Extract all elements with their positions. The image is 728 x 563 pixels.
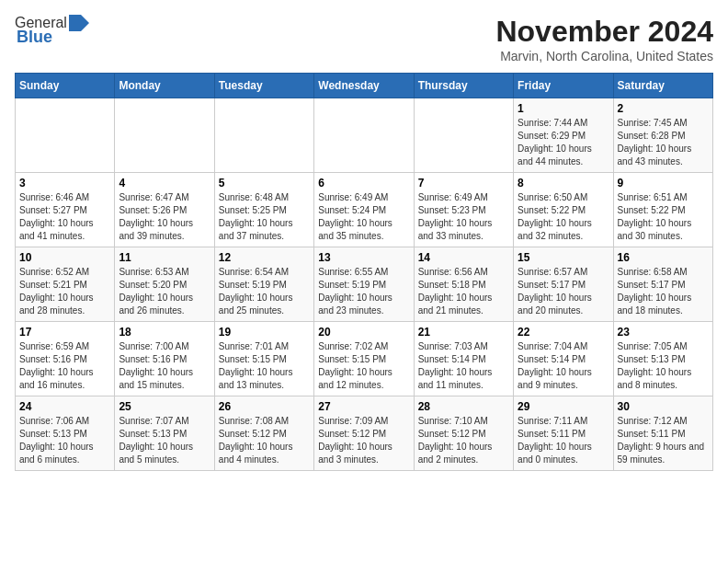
week-row-2: 3Sunrise: 6:46 AM Sunset: 5:27 PM Daylig…: [16, 173, 713, 247]
day-info: Sunrise: 6:49 AM Sunset: 5:23 PM Dayligh…: [418, 191, 509, 243]
day-number: 5: [219, 177, 310, 190]
day-cell: 24Sunrise: 7:06 AM Sunset: 5:13 PM Dayli…: [16, 396, 115, 471]
weekday-header-sunday: Sunday: [16, 74, 115, 98]
day-info: Sunrise: 7:05 AM Sunset: 5:13 PM Dayligh…: [618, 340, 709, 392]
day-cell: [16, 98, 115, 173]
day-cell: 5Sunrise: 6:48 AM Sunset: 5:25 PM Daylig…: [214, 173, 313, 247]
day-cell: 10Sunrise: 6:52 AM Sunset: 5:21 PM Dayli…: [16, 247, 115, 322]
day-info: Sunrise: 6:59 AM Sunset: 5:16 PM Dayligh…: [19, 340, 110, 392]
logo: General Blue: [15, 15, 91, 47]
day-cell: 21Sunrise: 7:03 AM Sunset: 5:14 PM Dayli…: [414, 322, 513, 396]
day-info: Sunrise: 6:53 AM Sunset: 5:20 PM Dayligh…: [119, 266, 210, 317]
day-number: 3: [19, 177, 110, 190]
weekday-header-wednesday: Wednesday: [314, 74, 414, 98]
weekday-header-friday: Friday: [514, 74, 613, 98]
header: General Blue November 2024 Marvin, North…: [15, 15, 713, 63]
week-row-4: 17Sunrise: 6:59 AM Sunset: 5:16 PM Dayli…: [16, 322, 713, 396]
day-number: 18: [119, 326, 210, 339]
day-cell: 3Sunrise: 6:46 AM Sunset: 5:27 PM Daylig…: [16, 173, 115, 247]
logo-blue-text: Blue: [17, 28, 52, 47]
day-cell: [115, 98, 214, 173]
day-cell: 1Sunrise: 7:44 AM Sunset: 6:29 PM Daylig…: [514, 98, 613, 173]
day-number: 11: [119, 251, 210, 264]
day-number: 22: [518, 326, 609, 339]
day-number: 2: [618, 102, 709, 115]
day-info: Sunrise: 7:03 AM Sunset: 5:14 PM Dayligh…: [418, 340, 509, 392]
day-number: 25: [119, 400, 210, 413]
day-cell: 27Sunrise: 7:09 AM Sunset: 5:12 PM Dayli…: [314, 396, 414, 471]
day-info: Sunrise: 6:56 AM Sunset: 5:18 PM Dayligh…: [418, 266, 509, 317]
day-number: 12: [219, 251, 310, 264]
day-cell: 19Sunrise: 7:01 AM Sunset: 5:15 PM Dayli…: [214, 322, 313, 396]
day-info: Sunrise: 6:52 AM Sunset: 5:21 PM Dayligh…: [19, 266, 110, 317]
svg-marker-0: [69, 15, 89, 31]
day-cell: 8Sunrise: 6:50 AM Sunset: 5:22 PM Daylig…: [514, 173, 613, 247]
day-cell: 30Sunrise: 7:12 AM Sunset: 5:11 PM Dayli…: [613, 396, 712, 471]
day-number: 14: [418, 251, 509, 264]
location-title: Marvin, North Carolina, United States: [495, 49, 713, 63]
day-cell: 4Sunrise: 6:47 AM Sunset: 5:26 PM Daylig…: [115, 173, 214, 247]
day-info: Sunrise: 6:50 AM Sunset: 5:22 PM Dayligh…: [518, 191, 609, 243]
day-number: 19: [219, 326, 310, 339]
day-cell: 9Sunrise: 6:51 AM Sunset: 5:22 PM Daylig…: [613, 173, 712, 247]
day-number: 24: [19, 400, 110, 413]
calendar-table: SundayMondayTuesdayWednesdayThursdayFrid…: [15, 73, 713, 471]
day-info: Sunrise: 6:51 AM Sunset: 5:22 PM Dayligh…: [618, 191, 709, 243]
weekday-header-tuesday: Tuesday: [214, 74, 313, 98]
month-title: November 2024: [495, 15, 713, 49]
day-number: 20: [318, 326, 409, 339]
day-info: Sunrise: 7:09 AM Sunset: 5:12 PM Dayligh…: [318, 415, 409, 466]
day-number: 1: [518, 102, 609, 115]
day-cell: 23Sunrise: 7:05 AM Sunset: 5:13 PM Dayli…: [613, 322, 712, 396]
week-row-3: 10Sunrise: 6:52 AM Sunset: 5:21 PM Dayli…: [16, 247, 713, 322]
day-cell: 26Sunrise: 7:08 AM Sunset: 5:12 PM Dayli…: [214, 396, 313, 471]
day-info: Sunrise: 6:49 AM Sunset: 5:24 PM Dayligh…: [318, 191, 409, 243]
day-cell: 22Sunrise: 7:04 AM Sunset: 5:14 PM Dayli…: [514, 322, 613, 396]
logo-icon: [69, 15, 89, 31]
day-cell: 20Sunrise: 7:02 AM Sunset: 5:15 PM Dayli…: [314, 322, 414, 396]
day-info: Sunrise: 6:54 AM Sunset: 5:19 PM Dayligh…: [219, 266, 310, 317]
day-number: 10: [19, 251, 110, 264]
day-cell: [314, 98, 414, 173]
day-number: 17: [19, 326, 110, 339]
day-info: Sunrise: 6:47 AM Sunset: 5:26 PM Dayligh…: [119, 191, 210, 243]
day-cell: 25Sunrise: 7:07 AM Sunset: 5:13 PM Dayli…: [115, 396, 214, 471]
day-cell: 28Sunrise: 7:10 AM Sunset: 5:12 PM Dayli…: [414, 396, 513, 471]
day-cell: 7Sunrise: 6:49 AM Sunset: 5:23 PM Daylig…: [414, 173, 513, 247]
day-info: Sunrise: 6:46 AM Sunset: 5:27 PM Dayligh…: [19, 191, 110, 243]
day-info: Sunrise: 7:06 AM Sunset: 5:13 PM Dayligh…: [19, 415, 110, 466]
week-row-1: 1Sunrise: 7:44 AM Sunset: 6:29 PM Daylig…: [16, 98, 713, 173]
day-info: Sunrise: 7:11 AM Sunset: 5:11 PM Dayligh…: [518, 415, 609, 466]
day-cell: 13Sunrise: 6:55 AM Sunset: 5:19 PM Dayli…: [314, 247, 414, 322]
weekday-header-row: SundayMondayTuesdayWednesdayThursdayFrid…: [16, 74, 713, 98]
day-number: 23: [618, 326, 709, 339]
day-cell: [214, 98, 313, 173]
day-number: 8: [518, 177, 609, 190]
weekday-header-monday: Monday: [115, 74, 214, 98]
day-number: 16: [618, 251, 709, 264]
day-info: Sunrise: 7:00 AM Sunset: 5:16 PM Dayligh…: [119, 340, 210, 392]
week-row-5: 24Sunrise: 7:06 AM Sunset: 5:13 PM Dayli…: [16, 396, 713, 471]
day-cell: 14Sunrise: 6:56 AM Sunset: 5:18 PM Dayli…: [414, 247, 513, 322]
day-cell: 16Sunrise: 6:58 AM Sunset: 5:17 PM Dayli…: [613, 247, 712, 322]
day-number: 13: [318, 251, 409, 264]
day-cell: 6Sunrise: 6:49 AM Sunset: 5:24 PM Daylig…: [314, 173, 414, 247]
day-info: Sunrise: 7:44 AM Sunset: 6:29 PM Dayligh…: [518, 117, 609, 168]
day-info: Sunrise: 6:55 AM Sunset: 5:19 PM Dayligh…: [318, 266, 409, 317]
day-cell: 29Sunrise: 7:11 AM Sunset: 5:11 PM Dayli…: [514, 396, 613, 471]
day-info: Sunrise: 7:10 AM Sunset: 5:12 PM Dayligh…: [418, 415, 509, 466]
day-number: 28: [418, 400, 509, 413]
day-cell: [414, 98, 513, 173]
day-number: 30: [618, 400, 709, 413]
title-area: November 2024 Marvin, North Carolina, Un…: [495, 15, 713, 63]
day-number: 6: [318, 177, 409, 190]
day-info: Sunrise: 6:57 AM Sunset: 5:17 PM Dayligh…: [518, 266, 609, 317]
day-cell: 12Sunrise: 6:54 AM Sunset: 5:19 PM Dayli…: [214, 247, 313, 322]
day-info: Sunrise: 6:48 AM Sunset: 5:25 PM Dayligh…: [219, 191, 310, 243]
day-cell: 18Sunrise: 7:00 AM Sunset: 5:16 PM Dayli…: [115, 322, 214, 396]
day-cell: 2Sunrise: 7:45 AM Sunset: 6:28 PM Daylig…: [613, 98, 712, 173]
day-info: Sunrise: 7:07 AM Sunset: 5:13 PM Dayligh…: [119, 415, 210, 466]
day-info: Sunrise: 7:08 AM Sunset: 5:12 PM Dayligh…: [219, 415, 310, 466]
day-cell: 17Sunrise: 6:59 AM Sunset: 5:16 PM Dayli…: [16, 322, 115, 396]
weekday-header-thursday: Thursday: [414, 74, 513, 98]
